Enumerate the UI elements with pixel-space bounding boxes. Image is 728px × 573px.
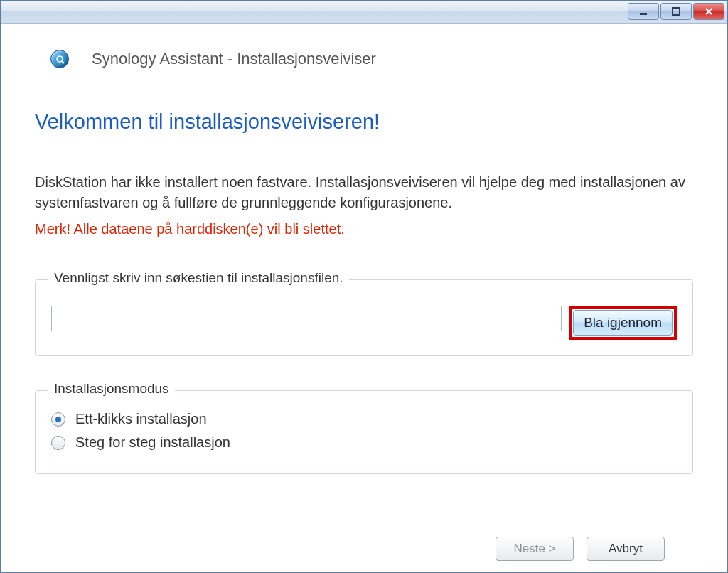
minimize-button[interactable] xyxy=(628,3,659,20)
browse-button[interactable]: Bla igjennom xyxy=(573,310,673,336)
cancel-button[interactable]: Avbryt xyxy=(587,537,665,561)
install-mode-legend: Installasjonsmodus xyxy=(48,381,175,397)
installation-wizard-window: Synology Assistant - Installasjonsveivis… xyxy=(0,0,728,573)
synology-logo-icon xyxy=(50,50,69,68)
svg-rect-0 xyxy=(640,13,647,15)
close-button[interactable] xyxy=(693,3,724,20)
install-file-group: Vennligst skriv inn søkestien til instal… xyxy=(35,279,693,356)
maximize-button[interactable] xyxy=(660,3,692,20)
radio-icon xyxy=(51,436,65,450)
install-file-legend: Vennligst skriv inn søkestien til instal… xyxy=(48,270,349,286)
svg-line-5 xyxy=(62,61,64,63)
description-text: DiskStation har ikke installert noen fas… xyxy=(35,172,693,213)
wizard-footer: Neste > Avbryt xyxy=(35,525,693,572)
page-title: Velkommen til installasjonsveiviseren! xyxy=(35,110,693,134)
next-button[interactable]: Neste > xyxy=(496,537,574,561)
mode-option-one-click-label: Ett-klikks installasjon xyxy=(75,411,207,427)
wizard-header: Synology Assistant - Installasjonsveivis… xyxy=(1,24,727,90)
warning-text: Merk! Alle dataene på harddisken(e) vil … xyxy=(35,219,693,240)
mode-option-one-click[interactable]: Ett-klikks installasjon xyxy=(51,411,677,427)
maximize-icon xyxy=(671,6,681,16)
content-area: Velkommen til installasjonsveiviseren! D… xyxy=(1,90,727,572)
install-path-input[interactable] xyxy=(51,306,562,331)
app-title: Synology Assistant - Installasjonsveivis… xyxy=(92,50,376,68)
titlebar xyxy=(1,1,727,24)
close-icon xyxy=(704,6,714,16)
svg-point-4 xyxy=(57,56,63,62)
minimize-icon xyxy=(638,6,648,16)
install-mode-group: Installasjonsmodus Ett-klikks installasj… xyxy=(35,390,693,474)
browse-highlight: Bla igjennom xyxy=(569,306,677,340)
radio-icon xyxy=(51,412,65,427)
install-file-row: Bla igjennom xyxy=(51,306,677,340)
wizard-body: Synology Assistant - Installasjonsveivis… xyxy=(1,24,727,572)
mode-option-step[interactable]: Steg for steg installasjon xyxy=(51,434,677,451)
svg-rect-1 xyxy=(673,8,680,15)
mode-option-step-label: Steg for steg installasjon xyxy=(75,434,230,451)
